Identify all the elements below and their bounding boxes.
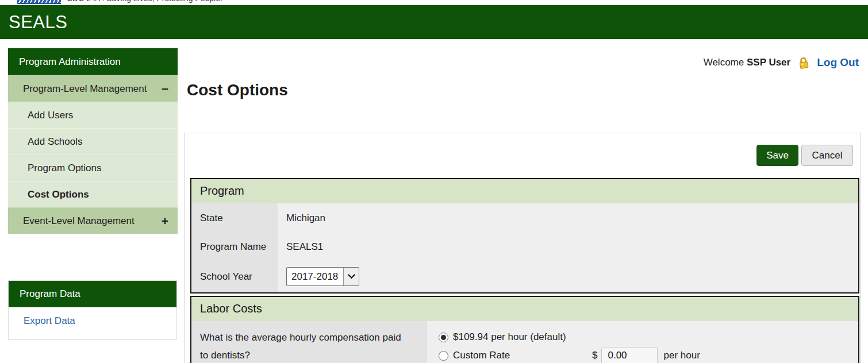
labor-costs-section-title: Labor Costs bbox=[191, 297, 858, 321]
school-year-selected-value: 2017-2018 bbox=[287, 271, 338, 283]
sidebar-item-program-level-management[interactable]: Program-Level Management − bbox=[8, 75, 178, 102]
sidebar-item-cost-options[interactable]: Cost Options bbox=[8, 181, 178, 207]
page-title: Cost Options bbox=[187, 81, 288, 99]
toolbar: Save Cancel bbox=[756, 145, 853, 166]
custom-rate-input[interactable] bbox=[601, 347, 658, 363]
cdc-tagline: CDC 24/7: Saving Lives, Protecting Peopl… bbox=[67, 0, 222, 3]
school-year-label: School Year bbox=[191, 261, 278, 292]
sidebar-item-program-options[interactable]: Program Options bbox=[8, 155, 178, 181]
sidebar-program-data-block: Program Data Export Data bbox=[8, 280, 177, 340]
save-button[interactable]: Save bbox=[756, 145, 798, 166]
select-dropdown-button[interactable] bbox=[343, 268, 359, 285]
dentist-compensation-question: What is the average hourly compensation … bbox=[191, 321, 427, 363]
program-section: Program State Michigan Program Name SEAL… bbox=[190, 178, 859, 294]
cancel-button[interactable]: Cancel bbox=[801, 145, 853, 166]
program-name-label: Program Name bbox=[191, 233, 278, 261]
program-section-title: Program bbox=[191, 179, 858, 203]
masthead-strip: CDC 24/7: Saving Lives, Protecting Peopl… bbox=[0, 0, 868, 5]
username: SSP User bbox=[747, 57, 790, 68]
collapse-minus-icon[interactable]: − bbox=[162, 82, 168, 96]
per-hour-suffix: per hour bbox=[663, 350, 700, 361]
app-banner: SEALS bbox=[0, 5, 868, 39]
default-rate-label: $109.94 per hour (default) bbox=[453, 331, 566, 343]
content-panel: Save Cancel Program State Michigan Progr… bbox=[184, 133, 861, 363]
sidebar: Program Administration Program-Level Man… bbox=[8, 48, 178, 234]
program-name-value: SEALS1 bbox=[278, 233, 858, 261]
sidebar-header-program-administration: Program Administration bbox=[8, 48, 178, 75]
welcome-text: Welcome SSP User bbox=[704, 57, 791, 68]
cdc-logo-icon bbox=[17, 0, 61, 4]
state-value: Michigan bbox=[278, 203, 858, 233]
user-bar: Welcome SSP User Log Out bbox=[704, 56, 859, 69]
logout-link[interactable]: Log Out bbox=[817, 56, 859, 69]
chevron-down-icon bbox=[348, 271, 355, 279]
sidebar-header-program-data: Program Data bbox=[9, 281, 176, 307]
default-rate-option[interactable]: $109.94 per hour (default) bbox=[439, 328, 858, 346]
sidebar-item-add-schools[interactable]: Add Schools bbox=[8, 128, 178, 155]
padlock-icon bbox=[797, 56, 811, 70]
app-title: SEALS bbox=[0, 5, 868, 39]
school-year-select[interactable]: 2017-2018 bbox=[286, 267, 359, 286]
custom-rate-option[interactable]: Custom Rate bbox=[439, 350, 592, 361]
expand-plus-icon[interactable]: + bbox=[162, 214, 168, 228]
default-rate-radio[interactable] bbox=[439, 333, 448, 342]
sidebar-item-add-users[interactable]: Add Users bbox=[8, 102, 178, 128]
sidebar-link-export-data[interactable]: Export Data bbox=[9, 307, 176, 339]
custom-rate-label: Custom Rate bbox=[453, 350, 510, 361]
state-label: State bbox=[191, 203, 278, 233]
currency-symbol: $ bbox=[592, 350, 597, 361]
custom-rate-radio[interactable] bbox=[439, 351, 448, 361]
labor-costs-section: Labor Costs What is the average hourly c… bbox=[190, 296, 859, 363]
sidebar-item-event-level-management[interactable]: Event-Level Management + bbox=[8, 207, 178, 234]
